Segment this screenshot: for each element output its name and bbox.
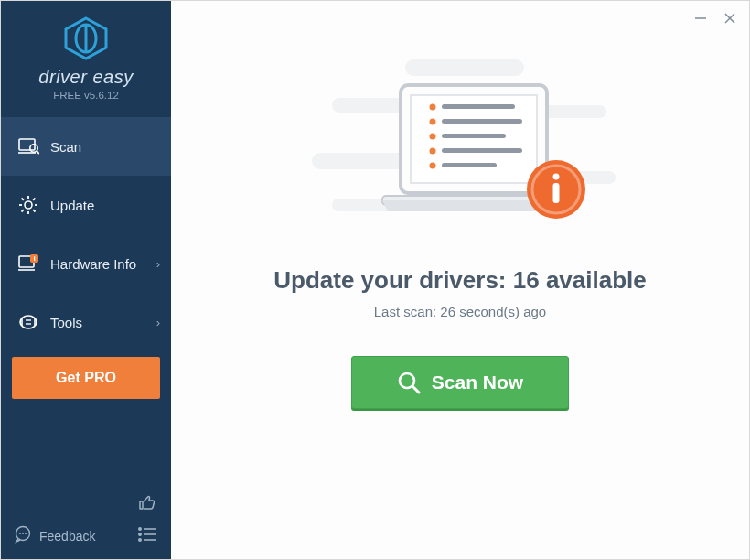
hardware-info-icon: i [17,253,39,274]
chevron-right-icon: › [156,257,160,271]
svg-line-14 [33,199,35,200]
illustration [295,52,625,248]
last-scan-text: Last scan: 26 second(s) ago [374,304,546,319]
logo-block: driver easy FREE v5.6.12 [1,1,171,110]
nav-label: Update [50,198,94,213]
svg-point-33 [139,538,141,540]
svg-point-55 [430,163,436,169]
svg-line-62 [412,386,419,393]
version-label: FREE v5.6.12 [1,90,171,101]
svg-rect-48 [442,104,515,109]
minimize-button[interactable] [692,10,709,27]
nav-label: Hardware Info [50,256,136,272]
magnify-icon [397,371,421,394]
brand-name: driver easy [1,67,171,88]
sidebar: driver easy FREE v5.6.12 Scan [1,1,171,559]
headline: Update your drivers: 16 available [273,266,647,295]
svg-point-59 [553,174,560,180]
svg-point-28 [25,533,27,534]
svg-rect-42 [542,105,606,118]
nav-item-update[interactable]: Update [1,176,171,234]
svg-line-15 [22,210,24,211]
nav-item-tools[interactable]: Tools › [1,293,171,351]
get-pro-button[interactable]: Get PRO [12,357,160,399]
feedback-button[interactable]: Feedback [14,525,95,546]
svg-point-27 [22,533,24,534]
svg-rect-50 [442,119,522,124]
svg-rect-52 [442,134,506,138]
app-window: driver easy FREE v5.6.12 Scan [0,0,750,560]
svg-text:i: i [33,254,35,263]
scan-now-button[interactable]: Scan Now [351,356,569,409]
nav-item-scan[interactable]: Scan [1,117,171,176]
sidebar-bottom: Feedback [1,483,171,559]
svg-point-7 [25,201,32,209]
svg-point-53 [430,148,436,155]
svg-point-51 [430,134,436,140]
svg-point-5 [29,145,37,152]
svg-point-29 [139,527,141,529]
svg-rect-60 [553,183,560,203]
logo-icon [61,16,111,61]
menu-list-icon[interactable] [138,526,158,546]
main-pane: Update your drivers: 16 available Last s… [171,1,749,559]
gear-icon [17,195,39,215]
get-pro-label: Get PRO [56,370,116,386]
svg-point-26 [19,533,21,534]
chevron-right-icon: › [156,316,160,329]
nav: Scan Update [1,117,171,351]
svg-point-49 [430,119,436,125]
svg-line-12 [22,199,24,200]
thumbs-up-icon[interactable] [138,500,158,515]
window-controls [692,10,738,27]
feedback-icon [14,525,32,546]
svg-rect-56 [442,163,497,167]
nav-label: Tools [50,315,82,330]
tools-icon [17,312,39,332]
scan-now-label: Scan Now [432,372,523,393]
nav-label: Scan [50,139,81,155]
nav-item-hardware-info[interactable]: i Hardware Info › [1,234,171,293]
svg-line-6 [37,151,39,154]
svg-rect-54 [442,148,522,153]
scan-icon [17,136,39,156]
svg-point-31 [139,533,141,534]
close-button[interactable] [722,10,738,27]
feedback-label: Feedback [39,529,95,544]
svg-line-13 [33,210,35,211]
svg-rect-38 [405,59,524,76]
svg-point-47 [430,104,436,111]
